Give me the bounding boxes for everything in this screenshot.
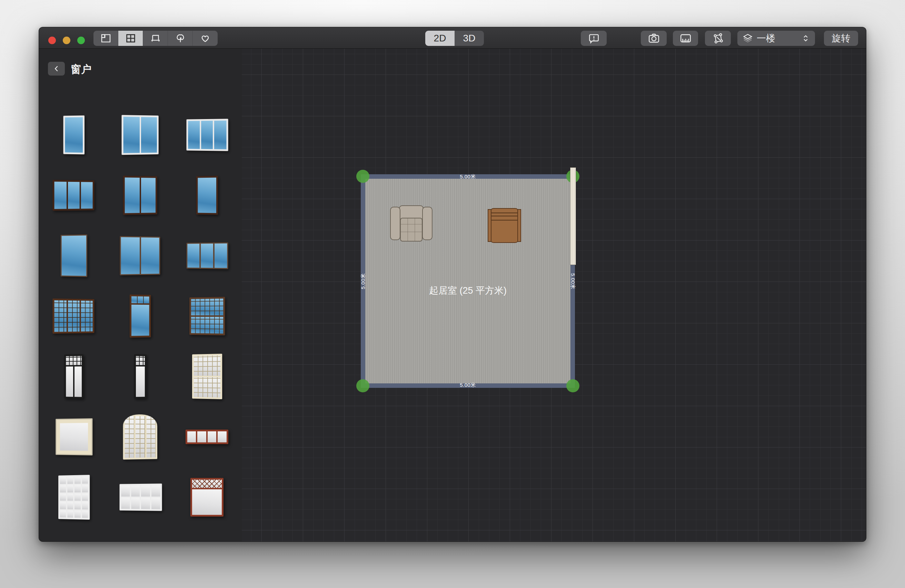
window-thumbnail-double-hung-cream[interactable]	[173, 346, 240, 407]
window-thumbnail-slider-3-pane[interactable]	[173, 225, 240, 286]
armchair-seat	[400, 218, 422, 242]
dimension-label-left: 5.00米	[360, 273, 367, 289]
window-pane	[74, 477, 80, 484]
window-pane	[131, 497, 139, 509]
sofa-chair-right-arm	[518, 209, 521, 242]
armchair[interactable]	[390, 205, 432, 242]
window-thumbnail-picture-window[interactable]	[40, 225, 107, 286]
room-corner-handle-bottom-right[interactable]	[566, 379, 580, 393]
window-model-slider-3-pane	[186, 242, 228, 269]
sofa-chair-body	[490, 208, 519, 243]
building-tool-icon	[100, 32, 112, 44]
window-pane	[54, 181, 66, 209]
window-pane	[121, 486, 130, 497]
furniture-tool-button[interactable]	[143, 31, 168, 46]
window-model-casement-1-dark	[196, 176, 218, 215]
window-thumbnail-grid-3-brown[interactable]	[40, 286, 107, 346]
view-3d-button[interactable]: 3D	[454, 31, 484, 46]
window-pane	[121, 497, 130, 509]
window-pane	[67, 477, 73, 484]
alert-notes-button[interactable]	[581, 31, 607, 46]
floor-selector-dropdown[interactable]: 一楼	[737, 31, 815, 46]
window-pane	[141, 485, 150, 496]
window-pane	[136, 366, 145, 396]
room[interactable]: 5.00米 5.00米 5.00米 5.00米 起居室 (25 平方米)	[361, 174, 575, 388]
window-pane	[82, 485, 88, 492]
window-pane	[68, 181, 79, 208]
back-button[interactable]	[48, 62, 65, 76]
desktop-background: 2D 3D	[0, 0, 905, 588]
window-pane	[81, 182, 93, 209]
window-model-casement-2-dark	[123, 176, 157, 215]
window-thumbnail-strip-4-red[interactable]	[173, 407, 240, 467]
view-2d-button[interactable]: 2D	[425, 31, 454, 46]
window-model-grid-3-brown	[52, 299, 94, 334]
wall-window[interactable]	[570, 167, 576, 265]
window-pane	[194, 355, 220, 376]
window-thumbnail-diamond-top-red[interactable]	[173, 467, 240, 527]
window-model-picture-window	[60, 234, 87, 277]
window-thumbnail-deep-frame-cream[interactable]	[40, 407, 107, 467]
window-thumbnail-arched-cream[interactable]	[107, 407, 173, 467]
dimension-label-bottom: 5.00米	[460, 382, 476, 389]
floor-selector-value: 一楼	[757, 32, 798, 44]
floor-plan-canvas[interactable]: 5.00米 5.00米 5.00米 5.00米 起居室 (25 平方米)	[242, 49, 866, 542]
window-pane	[60, 510, 65, 517]
rotate-button[interactable]: 旋转	[824, 31, 858, 46]
zoom-button[interactable]	[77, 37, 85, 44]
window-thumbnail-casement-2-white[interactable]	[107, 105, 173, 165]
building-tool-button[interactable]	[94, 31, 118, 46]
window-model-double-hung-brown	[189, 297, 225, 335]
window-thumbnail-slider-2-pane[interactable]	[107, 225, 173, 286]
window-pane	[151, 485, 160, 497]
minimize-button[interactable]	[63, 37, 70, 44]
window-pane	[74, 366, 81, 397]
window-thumbnail-casement-1-white[interactable]	[40, 105, 107, 165]
window-thumbnail-casement-3-white[interactable]	[173, 105, 240, 165]
measure-button[interactable]	[673, 31, 698, 46]
thumbnail-grid	[40, 105, 240, 527]
window-pane	[60, 477, 65, 484]
room-corner-handle-top-left[interactable]	[356, 170, 369, 183]
window-thumbnail-craftsman-2-black[interactable]	[40, 346, 107, 407]
window-thumbnail-casement-3-dark[interactable]	[40, 165, 107, 225]
window-pane	[191, 299, 223, 315]
window-pane	[214, 121, 226, 149]
plants-tool-button[interactable]	[168, 31, 193, 46]
window-model-casement-3-white	[186, 119, 228, 151]
window-pane	[141, 117, 157, 153]
window-pane	[74, 502, 80, 509]
tool-segmented-control	[94, 31, 218, 46]
tree-tool-icon	[175, 32, 186, 44]
window-thumbnail-transom-brown[interactable]	[107, 286, 173, 346]
app-window: 2D 3D	[39, 27, 866, 542]
edit-nodes-icon	[712, 32, 724, 44]
windows-tool-button[interactable]	[118, 31, 143, 46]
window-thumbnail-casement-2-dark[interactable]	[107, 165, 173, 225]
window-pane	[81, 300, 93, 331]
sofa-chair[interactable]	[488, 208, 521, 243]
chevron-updown-icon	[801, 34, 810, 43]
layers-icon	[742, 33, 753, 44]
window-pane	[131, 304, 149, 336]
window-pane	[67, 510, 73, 518]
window-thumbnail-double-hung-brown[interactable]	[173, 286, 240, 346]
window-pane	[218, 431, 227, 442]
window-thumbnail-casement-1-dark[interactable]	[173, 165, 240, 225]
window-thumbnail-craftsman-1-black[interactable]	[107, 346, 173, 407]
edit-contour-button[interactable]	[705, 31, 731, 46]
window-pane	[124, 416, 134, 458]
room-corner-handle-bottom-left[interactable]	[356, 379, 369, 393]
window-pane	[82, 502, 88, 509]
close-button[interactable]	[48, 37, 56, 44]
window-thumbnail-grid-4x5-white[interactable]	[40, 467, 107, 527]
sofa-chair-left-arm	[488, 209, 491, 242]
window-pane	[146, 416, 156, 457]
favorites-tool-button[interactable]	[193, 31, 218, 46]
window-model-casement-1-white	[63, 115, 84, 154]
window-thumbnail-grid-4x2-white[interactable]	[107, 467, 173, 527]
heart-icon	[199, 32, 211, 44]
window-pane	[82, 510, 88, 518]
snapshot-button[interactable]	[641, 31, 667, 46]
window-model-arched-cream	[123, 414, 157, 459]
